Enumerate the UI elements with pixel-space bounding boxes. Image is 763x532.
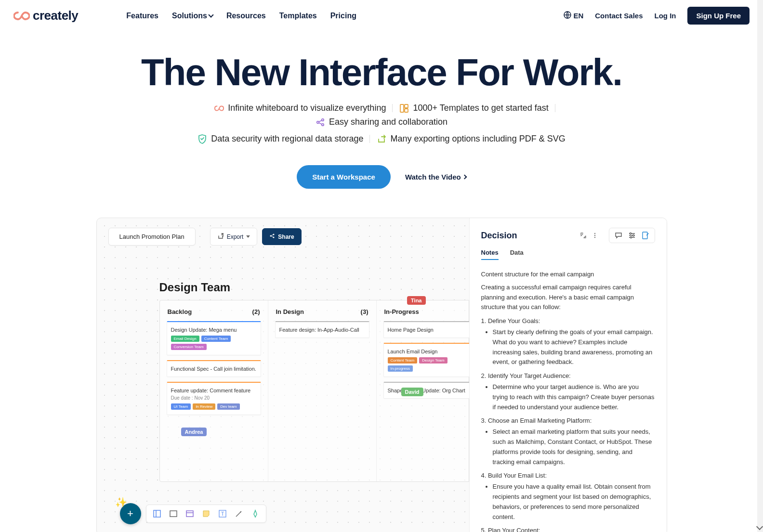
- brand-logo[interactable]: creately: [13, 8, 78, 23]
- text-tool[interactable]: T: [218, 509, 227, 519]
- benefit-export: Many exporting options including PDF & S…: [370, 132, 572, 146]
- language-selector[interactable]: EN: [564, 11, 583, 20]
- frame-tool[interactable]: [152, 509, 162, 519]
- workspace-bar: Launch Promotion Plan Export Share: [108, 228, 302, 246]
- kanban-column-indesign: In Design(3) Feature design: In-App-Audi…: [268, 300, 377, 481]
- side-panel-title: Decision: [481, 231, 517, 241]
- comment-icon[interactable]: [614, 231, 623, 240]
- svg-rect-13: [186, 511, 193, 517]
- svg-rect-2: [405, 104, 408, 108]
- infinity-icon: [13, 11, 30, 21]
- kanban-card[interactable]: Feature update: Comment feature Due date…: [167, 382, 261, 415]
- contact-sales-link[interactable]: Contact Sales: [595, 12, 643, 20]
- share-icon: [269, 233, 275, 240]
- settings-icon[interactable]: [628, 231, 636, 240]
- plus-icon: +: [127, 507, 133, 520]
- login-link[interactable]: Log In: [654, 12, 676, 20]
- svg-point-21: [630, 233, 631, 234]
- chevron-down-icon: [246, 235, 250, 238]
- topbar-right: EN Contact Sales Log In Sign Up Free: [564, 7, 750, 25]
- pen-tool[interactable]: [250, 509, 260, 519]
- kanban-card[interactable]: Functional Spec - Call join limitation.: [167, 360, 261, 377]
- app-mock: Launch Promotion Plan Export Share Desig…: [96, 218, 667, 532]
- rectangle-tool[interactable]: [169, 509, 178, 519]
- svg-point-6: [322, 123, 324, 125]
- board-title: Design Team: [159, 281, 231, 294]
- add-shape-button[interactable]: ✨ +: [120, 503, 141, 524]
- kanban-card[interactable]: Feature design: In-App-Audio-Call: [275, 321, 369, 338]
- kanban-column-backlog: Backlog(2) Design Update: Mega menu Emai…: [160, 300, 268, 481]
- nav-resources[interactable]: Resources: [226, 12, 266, 20]
- svg-rect-10: [154, 510, 160, 517]
- table-tool[interactable]: [185, 509, 195, 519]
- svg-point-4: [317, 121, 319, 123]
- chevron-right-icon: [462, 175, 467, 180]
- benefit-security: Data security with regional data storage: [191, 132, 370, 146]
- svg-point-22: [632, 234, 634, 236]
- topbar: creately Features Solutions Resources Te…: [0, 0, 763, 31]
- svg-point-18: [594, 233, 595, 234]
- shield-icon: [197, 134, 207, 144]
- side-panel-body: Content structure for the email campaign…: [481, 270, 655, 532]
- tab-data[interactable]: Data: [510, 249, 524, 260]
- tag: Content Team: [201, 336, 231, 342]
- edit-note-icon[interactable]: [641, 231, 650, 240]
- hero-title: The New Interface For Work.: [0, 51, 763, 94]
- nav-features[interactable]: Features: [126, 12, 158, 20]
- note-lead-title: Content structure for the email campaign: [481, 270, 655, 280]
- collaborator-cursor-david: David: [401, 388, 423, 396]
- kanban-card[interactable]: Launch Email Design Content Team Design …: [383, 343, 478, 377]
- watch-video-link[interactable]: Watch the Video: [405, 173, 466, 181]
- more-options-button[interactable]: [591, 231, 599, 240]
- nav-solutions[interactable]: Solutions: [172, 12, 213, 20]
- share-icon: [316, 117, 325, 127]
- lang-code: EN: [573, 12, 583, 20]
- arrow-tool[interactable]: [234, 509, 244, 519]
- benefit-whiteboard: Infinite whiteboard to visualize everyth…: [208, 101, 393, 115]
- tag: Design Team: [419, 357, 447, 363]
- svg-text:T: T: [221, 511, 224, 517]
- sparkle-icon: ✨: [115, 496, 127, 508]
- export-button[interactable]: Export: [210, 228, 258, 246]
- tag: In-progress: [388, 365, 413, 372]
- benefits-row-2: Data security with regional data storage…: [150, 132, 613, 146]
- globe-icon: [564, 11, 571, 20]
- main-nav: Features Solutions Resources Templates P…: [126, 12, 356, 20]
- infinity-icon: [214, 104, 224, 113]
- brand-text: creately: [33, 8, 78, 23]
- note-lead: Creating a successful email campaign req…: [481, 283, 655, 312]
- templates-icon: [399, 104, 409, 113]
- kanban-card[interactable]: Home Page Design: [383, 321, 478, 338]
- workspace-name[interactable]: Launch Promotion Plan: [108, 228, 196, 246]
- benefits-row-1: Infinite whiteboard to visualize everyth…: [150, 101, 613, 129]
- kanban-card[interactable]: Shape Library Update: Org Chart: [383, 382, 478, 399]
- share-button[interactable]: Share: [262, 228, 301, 245]
- svg-point-5: [322, 118, 324, 120]
- svg-rect-1: [400, 104, 404, 112]
- hero: The New Interface For Work. Infinite whi…: [0, 31, 763, 198]
- tag: Content Team: [388, 357, 418, 363]
- canvas-toolbar: ✨ + T: [120, 503, 266, 524]
- signup-button[interactable]: Sign Up Free: [687, 7, 750, 25]
- canvas[interactable]: Launch Promotion Plan Export Share Desig…: [97, 218, 469, 532]
- tag: Conversion Team: [171, 344, 207, 350]
- chevron-down-icon: [208, 12, 213, 17]
- export-icon: [217, 233, 224, 241]
- page-scrollbar[interactable]: [757, 0, 763, 532]
- nav-templates[interactable]: Templates: [279, 12, 317, 20]
- tag: In Review: [193, 403, 215, 410]
- nav-pricing[interactable]: Pricing: [330, 12, 356, 20]
- benefit-templates: 1000+ Templates to get started fast: [393, 101, 555, 115]
- tag: Dev team: [217, 403, 239, 410]
- svg-point-20: [594, 237, 595, 238]
- expand-panel-button[interactable]: [579, 231, 588, 240]
- kanban-card[interactable]: Design Update: Mega menu Email Design Co…: [167, 321, 261, 355]
- tab-notes[interactable]: Notes: [481, 249, 499, 260]
- start-workspace-button[interactable]: Start a Workspace: [297, 165, 391, 189]
- export-icon: [377, 134, 386, 144]
- side-panel: Decision Notes Data Content structure fo…: [469, 218, 667, 532]
- sticky-note-tool[interactable]: [201, 509, 211, 519]
- tag: Email Design: [171, 336, 199, 342]
- tag: UI Team: [171, 403, 191, 410]
- svg-point-19: [594, 235, 595, 236]
